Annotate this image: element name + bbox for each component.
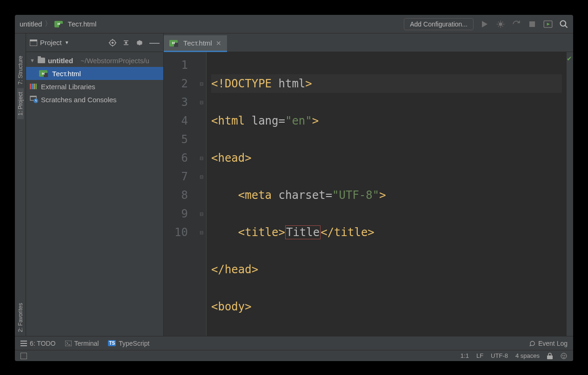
svg-rect-18 (547, 355, 553, 359)
event-log-tab[interactable]: Event Log (529, 340, 568, 347)
sidebar-tab-project[interactable]: 1: Project (17, 88, 24, 119)
chevron-down-icon: ▼ (65, 40, 69, 45)
svg-rect-8 (32, 84, 33, 89)
editor-area: H Тест.html ✕ 1 2 3 4 5 6 7 8 9 10 (164, 33, 573, 336)
error-stripe[interactable]: ✔ (567, 52, 573, 336)
fold-end-icon[interactable]: ⊟ (196, 149, 206, 167)
typescript-tab[interactable]: TS TypeScript (108, 340, 149, 347)
html-file-icon: H (39, 70, 47, 77)
speech-icon (529, 340, 535, 347)
search-icon[interactable] (559, 20, 568, 29)
terminal-icon (65, 341, 72, 346)
window-icon (30, 39, 37, 46)
left-tool-strip: 7: Structure 1: Project 2: Favorites (15, 33, 26, 336)
chevron-down-icon: ▼ (30, 58, 35, 63)
line-gutter: 1 2 3 4 5 6 7 8 9 10 (164, 52, 196, 336)
cursor-position[interactable]: 1:1 (461, 352, 469, 359)
terminal-tab[interactable]: Terminal (65, 340, 99, 347)
collapse-all-icon[interactable] (122, 39, 130, 46)
libraries-icon (30, 83, 38, 90)
fold-icon[interactable]: ⊟ (196, 167, 206, 186)
svg-point-20 (562, 355, 563, 355)
svg-point-6 (112, 42, 114, 43)
tree-file-test-html[interactable]: H Тест.html (26, 67, 163, 80)
fold-end-icon[interactable]: ⊟ (196, 223, 206, 242)
project-tree: ▼ untitled ~/WebstormProjects/u H Тест.h… (26, 52, 163, 108)
svg-rect-17 (65, 341, 72, 346)
project-tool-window: Project ▼ — ▼ (26, 33, 164, 336)
editor-tab-active[interactable]: H Тест.html ✕ (164, 35, 227, 52)
list-icon (20, 341, 27, 346)
inspector-icon[interactable] (560, 352, 568, 360)
svg-rect-16 (20, 345, 27, 346)
debug-icon[interactable] (496, 20, 505, 29)
typescript-icon: TS (108, 340, 116, 346)
sidebar-tab-structure[interactable]: 7: Structure (17, 52, 24, 88)
fold-icon[interactable]: ⊟ (196, 93, 206, 112)
svg-rect-9 (33, 84, 35, 89)
project-view-selector[interactable]: Project ▼ (30, 39, 69, 46)
gear-icon[interactable] (135, 39, 144, 47)
lock-icon[interactable] (547, 353, 553, 359)
chevron-right-icon: 〉 (45, 20, 52, 28)
fold-end-icon[interactable]: ⊟ (196, 204, 206, 223)
run-with-icon[interactable] (543, 20, 553, 29)
svg-rect-10 (35, 84, 37, 89)
file-encoding[interactable]: UTF-8 (491, 352, 508, 359)
fold-icon[interactable]: ⊟ (196, 74, 206, 93)
svg-rect-7 (30, 84, 31, 89)
fold-gutter: ⊟ ⊟ ⊟ ⊟ ⊟ ⊟ (196, 52, 207, 336)
stop-icon[interactable] (528, 20, 537, 29)
svg-point-0 (499, 22, 502, 26)
svg-point-19 (561, 353, 567, 359)
panel-header: Project ▼ — (26, 33, 163, 52)
tree-scratches[interactable]: Scratches and Consoles (26, 93, 163, 106)
coverage-icon[interactable] (512, 20, 521, 29)
html-file-icon: H (169, 40, 178, 46)
check-icon: ✔ (567, 55, 572, 62)
minimize-icon[interactable]: — (149, 40, 160, 45)
svg-rect-14 (20, 341, 27, 342)
top-navbar: untitled 〉 H Тест.html Add Configuration… (15, 15, 573, 33)
tree-external-libraries[interactable]: External Libraries (26, 80, 163, 93)
svg-point-21 (564, 355, 565, 355)
svg-point-2 (561, 20, 566, 26)
svg-rect-12 (30, 96, 36, 97)
line-separator[interactable]: LF (476, 352, 483, 359)
tree-root[interactable]: ▼ untitled ~/WebstormProjects/u (26, 54, 163, 67)
breadcrumb-file[interactable]: Тест.html (67, 20, 96, 28)
show-toolwindows-icon[interactable] (20, 353, 27, 359)
code-editor[interactable]: <!DOCTYPE html> <html lang="en"> <head> … (207, 52, 567, 336)
bottom-toolbar: 6: TODO Terminal TS TypeScript Event Log (15, 336, 573, 350)
folder-icon (38, 58, 45, 63)
sidebar-tab-favorites[interactable]: 2: Favorites (17, 299, 24, 336)
scratches-icon (30, 96, 38, 103)
indent-settings[interactable]: 4 spaces (515, 352, 540, 359)
todo-tab[interactable]: 6: TODO (20, 340, 56, 347)
close-icon[interactable]: ✕ (216, 39, 221, 47)
html-file-icon: H (54, 21, 63, 27)
run-icon[interactable] (480, 20, 489, 29)
svg-rect-4 (30, 39, 37, 41)
breadcrumb: untitled 〉 H Тест.html (20, 20, 96, 28)
status-bar: 1:1 LF UTF-8 4 spaces (15, 350, 573, 361)
breadcrumb-project[interactable]: untitled (20, 20, 42, 28)
svg-rect-15 (20, 343, 27, 344)
editor-tabbar: H Тест.html ✕ (164, 33, 573, 52)
ide-window: untitled 〉 H Тест.html Add Configuration… (15, 15, 573, 361)
locate-icon[interactable] (108, 39, 117, 47)
add-configuration-button[interactable]: Add Configuration... (404, 18, 474, 30)
